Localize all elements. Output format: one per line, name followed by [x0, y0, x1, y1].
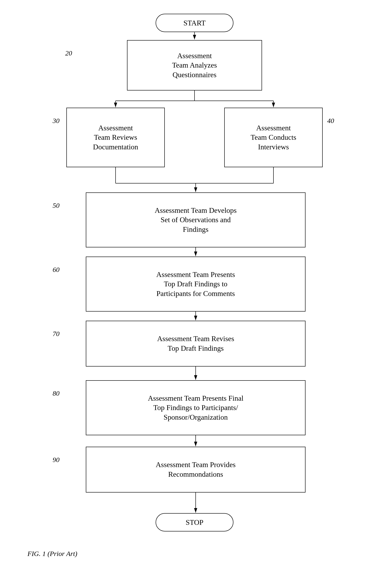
- node-30: AssessmentTeam ReviewsDocumentation: [66, 108, 165, 167]
- label-90: 90: [53, 456, 60, 464]
- node-80: Assessment Team Presents FinalTop Findin…: [86, 380, 306, 435]
- node-70: Assessment Team RevisesTop Draft Finding…: [86, 321, 306, 367]
- figure-label: FIG. 1 (Prior Art): [28, 550, 77, 557]
- start-node: START: [156, 14, 234, 32]
- label-80: 80: [53, 389, 60, 397]
- node-50: Assessment Team DevelopsSet of Observati…: [86, 192, 306, 247]
- node-90: Assessment Team ProvidesRecommondations: [86, 447, 306, 492]
- stop-node: STOP: [156, 513, 234, 531]
- label-30: 30: [53, 117, 60, 125]
- label-20: 20: [65, 49, 72, 57]
- label-50: 50: [53, 202, 60, 209]
- node-20: AssessmentTeam AnalyzesQuestionnaires: [127, 40, 262, 91]
- label-60: 60: [53, 266, 60, 273]
- flowchart-diagram: START 20 AssessmentTeam AnalyzesQuestion…: [0, 0, 392, 583]
- node-40: AssessmentTeam ConductsInterviews: [224, 108, 323, 167]
- label-40: 40: [327, 117, 334, 125]
- node-60: Assessment Team PresentsTop Draft Findin…: [86, 256, 306, 312]
- label-70: 70: [53, 330, 60, 338]
